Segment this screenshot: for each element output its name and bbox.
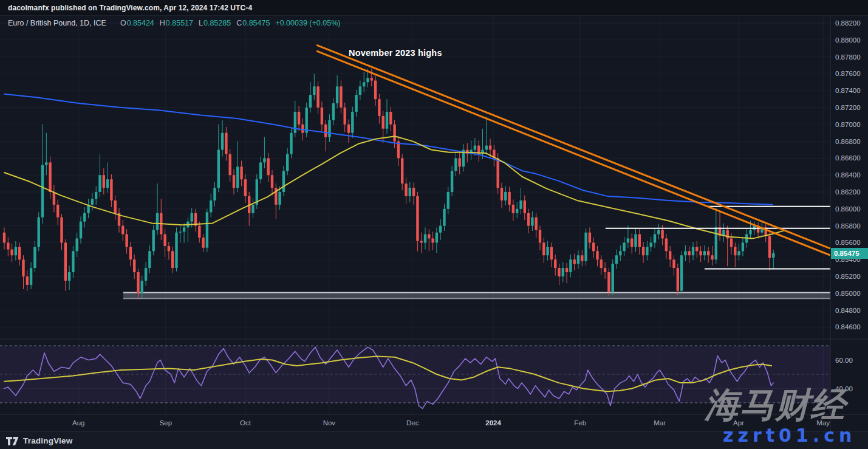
svg-text:2024: 2024 [485, 419, 501, 427]
chart-page: dacolmanfx published on TradingView.com,… [0, 0, 868, 449]
svg-text:0.87200: 0.87200 [835, 104, 861, 111]
svg-text:0.87000: 0.87000 [835, 121, 861, 128]
svg-text:Dec: Dec [406, 419, 419, 427]
svg-text:0.87400: 0.87400 [835, 87, 861, 94]
open-label: O [120, 19, 126, 27]
last-price-label: 0.85475 [831, 248, 868, 259]
svg-text:Sep: Sep [160, 419, 172, 427]
svg-text:0.86000: 0.86000 [835, 205, 861, 213]
svg-text:Mar: Mar [654, 419, 666, 427]
moving-averages-layer [4, 94, 784, 239]
svg-text:Feb: Feb [574, 419, 586, 427]
svg-text:0.86200: 0.86200 [835, 188, 861, 196]
close-value: 0.85475 [242, 19, 270, 27]
low-value: 0.85285 [203, 19, 231, 27]
svg-text:0.86400: 0.86400 [835, 171, 861, 179]
candles-layer [3, 69, 775, 299]
svg-text:60.00: 60.00 [835, 357, 853, 364]
svg-text:0.86800: 0.86800 [835, 138, 861, 145]
svg-text:0.85800: 0.85800 [835, 222, 861, 230]
support-zone-band [123, 292, 830, 298]
symbol-title: Euro / British Pound, 1D, ICE [8, 19, 106, 27]
tradingview-brand-text: TradingView [23, 436, 72, 445]
change-value: +0.00039 (+0.05%) [275, 19, 340, 27]
symbol-legend[interactable]: Euro / British Pound, 1D, ICE O0.85424 H… [8, 19, 340, 27]
svg-text:0.86600: 0.86600 [835, 154, 861, 162]
low-label: L [199, 19, 203, 27]
chart-annotation: November 2023 highs [349, 48, 442, 58]
svg-text:Aug: Aug [72, 419, 84, 427]
publish-info-text: dacolmanfx published on TradingView.com,… [8, 4, 252, 12]
high-label: H [160, 19, 165, 27]
chart-canvas[interactable]: 0.882000.880000.878000.876000.874000.872… [0, 0, 868, 449]
svg-text:0.84800: 0.84800 [835, 307, 861, 314]
svg-text:0.85000: 0.85000 [835, 290, 861, 297]
svg-text:0.87600: 0.87600 [835, 70, 861, 77]
svg-text:0.85200: 0.85200 [835, 273, 861, 280]
open-value: 0.85424 [127, 19, 154, 27]
tradingview-logo-icon [6, 437, 19, 445]
price-axis[interactable]: 0.882000.880000.878000.876000.874000.872… [835, 19, 861, 392]
svg-text:0.88200: 0.88200 [835, 19, 861, 27]
svg-text:Nov: Nov [323, 419, 336, 427]
svg-text:0.84600: 0.84600 [835, 323, 861, 331]
close-label: C [236, 19, 242, 27]
svg-text:0.88000: 0.88000 [835, 36, 861, 44]
watermark-url: zzrt01.cn [723, 427, 856, 445]
svg-text:0.87800: 0.87800 [835, 53, 861, 61]
svg-text:Oct: Oct [240, 419, 251, 427]
svg-text:0.85600: 0.85600 [835, 239, 861, 246]
trend-channel-layer [316, 45, 830, 255]
high-value: 0.85517 [166, 19, 193, 27]
tradingview-logo[interactable]: TradingView [6, 436, 72, 445]
watermark-cjk: 海马财经 [705, 388, 846, 422]
publish-info-bar: dacolmanfx published on TradingView.com,… [0, 0, 868, 16]
